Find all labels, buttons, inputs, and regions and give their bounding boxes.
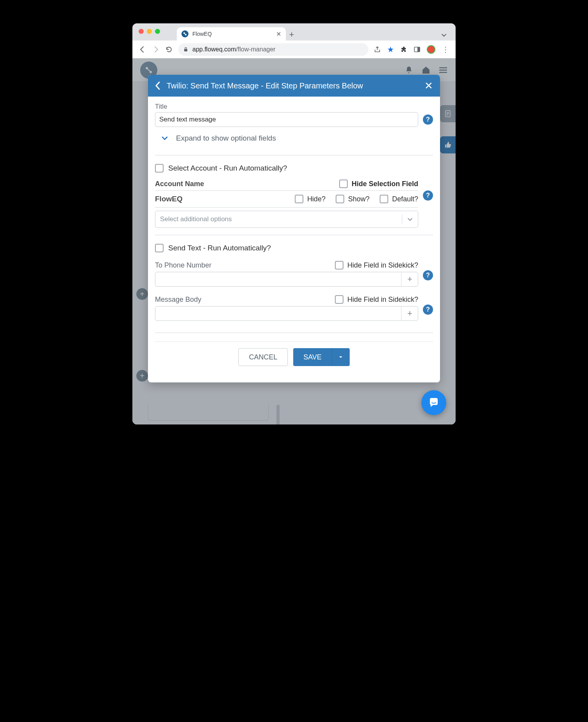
message-hide-checkbox[interactable] [335, 295, 343, 304]
send-text-run-auto-label: Send Text - Run Automatically? [168, 244, 271, 252]
help-account-icon[interactable]: ? [423, 190, 433, 201]
hide-selection-checkbox[interactable] [339, 180, 348, 188]
account-hide-label: Hide? [307, 195, 326, 203]
toolbar: app.floweq.com/flow-manager ★ ⋮ [132, 41, 456, 58]
divider [155, 333, 433, 333]
tab-close-icon[interactable]: ✕ [276, 30, 281, 38]
new-tab-button[interactable]: + [286, 29, 298, 41]
svg-rect-5 [417, 47, 420, 52]
account-show-label: Show? [348, 195, 370, 203]
expand-optional-label: Expand to show optional fields [176, 134, 276, 143]
tab-favicon-icon [181, 30, 188, 37]
save-button-group: SAVE [293, 348, 350, 366]
minimize-window-icon[interactable] [147, 29, 152, 34]
help-message-icon[interactable]: ? [423, 305, 433, 315]
modal-header: Twilio: Send Text Message - Edit Step Pa… [148, 75, 440, 97]
message-insert-variable-icon[interactable]: + [401, 306, 418, 321]
edit-step-modal: Twilio: Send Text Message - Edit Step Pa… [148, 75, 440, 382]
chat-support-icon[interactable] [421, 390, 446, 415]
window-controls [139, 29, 160, 34]
help-phone-icon[interactable]: ? [423, 270, 433, 280]
chevron-down-icon [407, 216, 413, 222]
share-icon[interactable] [374, 46, 381, 53]
account-default-checkbox[interactable] [380, 195, 388, 203]
tab-list-dropdown-icon[interactable] [441, 32, 450, 38]
maximize-window-icon[interactable] [155, 29, 160, 34]
phone-hide-label: Hide Field in Sidekick? [347, 261, 418, 269]
message-hide-label: Hide Field in Sidekick? [347, 296, 418, 304]
title-input[interactable] [155, 112, 418, 127]
menu-kebab-icon[interactable]: ⋮ [442, 45, 449, 54]
chevron-down-icon [161, 135, 168, 142]
svg-line-2 [184, 33, 186, 35]
modal-close-icon[interactable]: ✕ [424, 80, 433, 92]
hide-selection-label: Hide Selection Field [352, 180, 418, 188]
titlebar: FlowEQ ✕ + [132, 23, 456, 41]
account-hide-checkbox[interactable] [295, 195, 303, 203]
toolbar-right: ★ ⋮ [374, 45, 449, 54]
app-viewport: + + Twilio: Send Text Message - Edit Ste… [132, 58, 456, 424]
profile-avatar-icon[interactable] [427, 45, 435, 54]
message-body-label: Message Body [155, 296, 201, 304]
modal-back-icon[interactable] [155, 81, 160, 90]
side-panel-icon[interactable] [414, 46, 421, 53]
account-show-checkbox[interactable] [336, 195, 344, 203]
account-default-label: Default? [392, 195, 418, 203]
extensions-icon[interactable] [400, 46, 407, 53]
bookmark-star-icon[interactable]: ★ [387, 45, 394, 54]
browser-window: FlowEQ ✕ + app.floweq.com/flow-manager [132, 23, 456, 424]
forward-icon[interactable] [152, 46, 160, 53]
phone-hide-checkbox[interactable] [335, 261, 343, 269]
save-dropdown-button[interactable] [332, 348, 350, 366]
divider [155, 235, 433, 235]
select-account-run-auto-label: Select Account - Run Automatically? [168, 164, 287, 173]
divider [155, 155, 433, 155]
address-bar[interactable]: app.floweq.com/flow-manager [178, 43, 368, 56]
browser-tab[interactable]: FlowEQ ✕ [177, 27, 286, 41]
account-row-name: FlowEQ [155, 195, 183, 203]
modal-body: Title ? Expand to show optional fields [148, 97, 440, 382]
tab-title: FlowEQ [192, 31, 272, 37]
save-button[interactable]: SAVE [293, 348, 332, 366]
url-text: app.floweq.com/flow-manager [192, 46, 275, 53]
modal-title: Twilio: Send Text Message - Edit Step Pa… [167, 81, 418, 90]
close-window-icon[interactable] [139, 29, 144, 34]
phone-input[interactable] [155, 272, 418, 287]
account-name-header: Account Name [155, 180, 204, 188]
phone-label: To Phone Number [155, 261, 211, 269]
lock-icon [183, 47, 188, 52]
reload-icon[interactable] [165, 46, 173, 53]
message-body-input[interactable] [155, 306, 418, 321]
cancel-button[interactable]: CANCEL [238, 348, 288, 366]
back-icon[interactable] [139, 46, 146, 53]
additional-options-placeholder: Select additional options [160, 215, 232, 223]
expand-optional-toggle[interactable]: Expand to show optional fields [155, 132, 433, 148]
modal-footer: CANCEL SAVE [155, 342, 433, 374]
select-account-run-auto-checkbox[interactable] [155, 164, 164, 173]
send-text-run-auto-checkbox[interactable] [155, 244, 164, 252]
help-title-icon[interactable]: ? [423, 114, 433, 125]
svg-rect-3 [184, 49, 187, 51]
phone-insert-variable-icon[interactable]: + [401, 272, 418, 287]
title-label: Title [155, 103, 433, 111]
additional-options-select[interactable]: Select additional options [155, 211, 418, 228]
